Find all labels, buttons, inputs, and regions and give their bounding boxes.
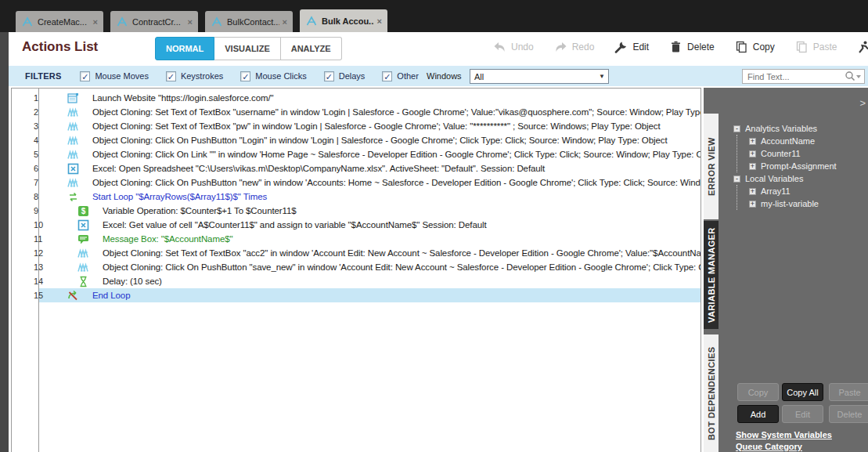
expand-box-icon[interactable]: +	[749, 163, 756, 170]
action-row[interactable]: 4Object Cloning: Click On PushButton "Lo…	[12, 133, 701, 147]
tree-node[interactable]: -Analytics Variables	[733, 122, 837, 135]
action-row[interactable]: 2Object Cloning: Set Text of TextBox "us…	[12, 105, 701, 119]
action-row[interactable]: 13Object Cloning: Click On PushButton "s…	[12, 260, 701, 274]
paste-button: Paste	[829, 383, 868, 401]
collapse-box-icon[interactable]: -	[733, 125, 740, 132]
panel-tab-bot-dependencies[interactable]: BOT DEPENDENCIES	[704, 334, 719, 452]
tab-close-icon[interactable]: ×	[377, 16, 382, 26]
expand-box-icon[interactable]: +	[749, 138, 756, 145]
action-row[interactable]: 8Start Loop "$ArrayRows($Array11$)$" Tim…	[12, 190, 701, 204]
redo-icon	[554, 41, 567, 53]
action-row[interactable]: 1Launch Website "https://login.salesforc…	[12, 91, 701, 105]
chevron-down-icon: ▼	[599, 73, 605, 80]
tab-close-icon[interactable]: ×	[93, 17, 98, 27]
end-loop-icon	[67, 290, 79, 302]
checkbox-icon: ✓	[166, 71, 176, 81]
tree-node-label: AccountName	[761, 136, 815, 146]
windows-label: Windows	[427, 71, 462, 81]
collapse-box-icon[interactable]: -	[733, 175, 740, 183]
tree-node[interactable]: +Counter11	[749, 147, 837, 160]
add-button[interactable]: Add	[737, 405, 779, 423]
start-loop-icon	[67, 191, 79, 203]
tree-node[interactable]: +Prompt-Assignment	[749, 160, 837, 172]
copy-button[interactable]: Copy	[735, 41, 775, 53]
paste-button: Paste	[795, 41, 837, 53]
action-row[interactable]: 5Object Cloning: Click On Link "" in win…	[12, 147, 701, 161]
delete-button: Delete	[829, 405, 868, 423]
action-row[interactable]: 14Delay: (10 sec)	[12, 274, 701, 288]
tree-node-label: Array11	[761, 186, 791, 196]
checkbox-icon: ✓	[382, 71, 392, 81]
actions-button[interactable]: Actions	[857, 41, 868, 53]
action-rows: 1Launch Website "https://login.salesforc…	[12, 91, 701, 302]
row-number: 9	[12, 206, 38, 215]
filter-checkbox-other[interactable]: ✓Other	[382, 71, 419, 81]
tree-node[interactable]: -Local Variables	[733, 172, 837, 185]
row-number: 14	[12, 277, 38, 286]
row-number: 2	[12, 107, 38, 117]
tab-label: BulkContact...	[227, 17, 279, 27]
filter-checkbox-mouse-moves[interactable]: ✓Mouse Moves	[80, 71, 148, 81]
edit-button[interactable]: Edit	[614, 41, 649, 53]
action-row[interactable]: 6Excel: Open Spreadsheet "C:\Users\vikas…	[12, 161, 701, 175]
row-number: 13	[12, 262, 38, 272]
action-row[interactable]: 7Object Cloning: Click On PushButton "ne…	[12, 175, 701, 190]
app-logo-icon	[305, 16, 318, 27]
expand-box-icon[interactable]: +	[749, 150, 756, 157]
view-mode-switcher: NORMALVISUALIZEANALYZE	[155, 37, 342, 60]
action-row[interactable]: 9$Variable Operation: $Counter$+1 To $Co…	[12, 204, 701, 218]
tree-children: +AccountName+Counter11+Prompt-Assignment	[737, 135, 837, 172]
app-tab[interactable]: CreateMac...×	[16, 11, 103, 32]
app-tab[interactable]: BulkContact...×	[205, 11, 293, 32]
filter-checkbox-delays[interactable]: ✓Delays	[324, 71, 366, 81]
action-row[interactable]: 3Object Cloning: Set Text of TextBox "pw…	[12, 119, 701, 133]
app-logo-icon	[21, 16, 34, 27]
app-tab[interactable]: Bulk Accou...×	[300, 9, 387, 32]
filter-checkbox-mouse-clicks[interactable]: ✓Mouse Clicks	[240, 71, 306, 81]
undo-icon	[493, 41, 506, 53]
panel-collapse-icon[interactable]: >	[859, 97, 866, 109]
app-tab[interactable]: ContractCr...×	[110, 11, 198, 32]
tab-close-icon[interactable]: ×	[283, 17, 287, 27]
filters-label: FILTERS	[25, 71, 61, 81]
mode-normal-button[interactable]: NORMAL	[155, 37, 214, 60]
filter-checkbox-label: Mouse Moves	[95, 71, 148, 81]
filter-checkbox-keystrokes[interactable]: ✓Keystrokes	[166, 71, 223, 81]
delay-icon	[77, 276, 89, 287]
action-row[interactable]: 12Object Cloning: Set Text of TextBox "a…	[12, 246, 701, 260]
tree-node[interactable]: +Array11	[749, 185, 837, 197]
windows-dropdown[interactable]: All ▼	[470, 69, 609, 84]
mode-visualize-button[interactable]: VISUALIZE	[214, 37, 280, 60]
toolbar-button-label: Edit	[632, 42, 649, 52]
queue-category-link[interactable]: Queue Category	[736, 442, 802, 451]
tree-node-label: Analytics Variables	[745, 124, 817, 133]
object-cloning-icon	[67, 177, 79, 189]
action-text: Object Cloning: Click On Link "" in wind…	[92, 150, 701, 159]
filters-bar: FILTERS ✓Mouse Moves✓Keystrokes✓Mouse Cl…	[9, 66, 868, 86]
copy-all-button[interactable]: Copy All	[782, 383, 823, 401]
run-icon	[857, 41, 868, 53]
expand-box-icon[interactable]: +	[749, 188, 756, 195]
show-system-variables-link[interactable]: Show System Variables	[736, 430, 832, 439]
action-row[interactable]: 15End Loop	[12, 288, 701, 302]
app-logo-icon	[211, 16, 223, 27]
checkbox-icon: ✓	[240, 71, 250, 81]
panel-tab-variable-manager[interactable]: VARIABLE MANAGER	[704, 221, 719, 329]
variable-tree: -Analytics Variables+AccountName+Counter…	[733, 122, 837, 210]
action-text: Delay: (10 sec)	[103, 277, 162, 286]
row-number: 12	[12, 248, 38, 258]
tree-node[interactable]: +my-list-variable	[749, 197, 837, 210]
tab-close-icon[interactable]: ×	[188, 17, 193, 27]
mode-analyze-button[interactable]: ANALYZE	[281, 37, 342, 60]
delete-button[interactable]: Delete	[669, 41, 715, 53]
edit-button: Edit	[782, 405, 823, 423]
action-row[interactable]: 11Message Box: "$AccountName$"	[12, 232, 701, 246]
panel-tab-error-view[interactable]: ERROR VIEW	[704, 114, 719, 219]
search-icon[interactable]	[845, 71, 862, 81]
checkbox-icon: ✓	[80, 71, 90, 81]
object-cloning-icon	[77, 248, 89, 259]
tree-node[interactable]: +AccountName	[749, 135, 837, 147]
filter-checkboxes: ✓Mouse Moves✓Keystrokes✓Mouse Clicks✓Del…	[80, 71, 435, 81]
action-row[interactable]: 10Excel: Get value of cell "A$Counter11$…	[12, 218, 701, 232]
expand-box-icon[interactable]: +	[749, 201, 756, 208]
